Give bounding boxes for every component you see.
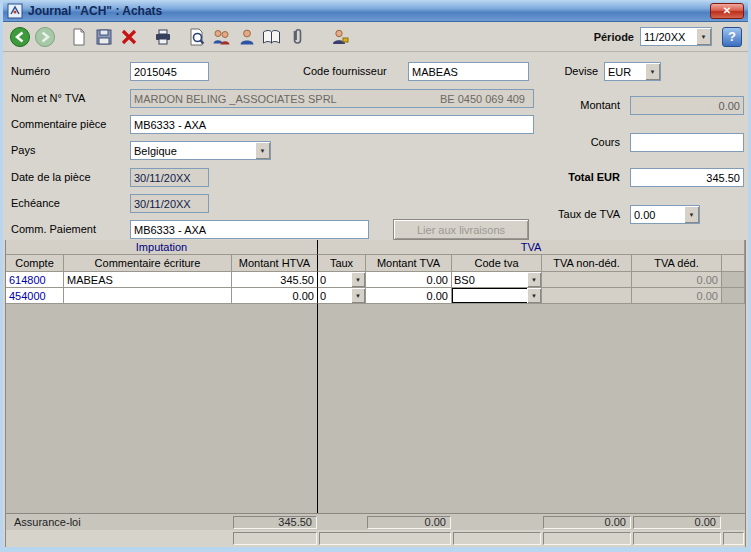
back-icon	[9, 26, 31, 48]
chevron-down-icon: ▼	[527, 272, 541, 287]
col-header-montant-htva: Montant HTVA	[232, 255, 318, 272]
cell-montant-htva[interactable]: 345.50	[232, 272, 318, 288]
total-eur-input[interactable]	[630, 168, 744, 187]
comm-paiement-label: Comm. Paiement	[11, 223, 96, 235]
nom-tva-field: MARDON BELING _ASSOCIATES SPRL BE 0450 0…	[130, 89, 534, 108]
col-header-tva-ded: TVA déd.	[632, 255, 722, 272]
forward-icon	[34, 26, 56, 48]
entries-grid: Imputation TVA Compte Commentaire écritu…	[5, 240, 746, 547]
printer-icon	[153, 27, 173, 47]
users-icon	[211, 27, 232, 47]
numero-input[interactable]	[130, 62, 209, 81]
save-button[interactable]	[91, 24, 116, 49]
chevron-down-icon: ▼	[351, 272, 365, 287]
col-header-compte: Compte	[6, 255, 64, 272]
pays-value: Belgique	[131, 145, 255, 157]
empty-total-box	[632, 530, 722, 547]
col-header-tva-non-ded: TVA non-déd.	[542, 255, 632, 272]
close-button[interactable]: ✕	[710, 3, 744, 19]
cours-label: Cours	[524, 136, 620, 148]
total-htva-box: 345.50	[232, 514, 318, 530]
chevron-down-icon: ▼	[684, 206, 699, 223]
taux-tva-select[interactable]: 0.00 ▼	[630, 205, 700, 224]
grid-column-headers: Compte Commentaire écriture Montant HTVA…	[6, 255, 745, 272]
periode-label: Période	[594, 31, 634, 43]
comm-paiement-input[interactable]	[130, 220, 369, 239]
save-icon	[94, 27, 114, 47]
attachment-button[interactable]	[284, 24, 309, 49]
cell-taux-select[interactable]: 0 ▼	[318, 272, 366, 288]
empty-total-box	[542, 530, 632, 547]
totals-row-secondary	[6, 530, 745, 547]
totals-gap	[6, 530, 232, 547]
periode-select[interactable]: 11/20XX ▼	[640, 27, 712, 46]
table-row: 614800 MABEAS 345.50 0 ▼ 0.00 BS0 ▼ 0.00	[6, 272, 745, 288]
total-tva-box: 0.00	[366, 514, 452, 530]
ledger-button[interactable]	[259, 24, 284, 49]
back-button[interactable]	[7, 24, 32, 49]
periode-value: 11/20XX	[641, 31, 696, 43]
forward-button[interactable]	[32, 24, 57, 49]
cell-commentaire[interactable]: MABEAS	[64, 272, 232, 288]
empty-total-box	[452, 530, 542, 547]
cell-tva-ded: 0.00	[632, 272, 722, 288]
preview-icon	[187, 27, 207, 47]
total-ded-box: 0.00	[632, 514, 722, 530]
help-button[interactable]: ?	[722, 27, 742, 47]
cell-tva-non-ded	[542, 288, 632, 304]
titlebar: Journal "ACH" : Achats ✕	[3, 0, 748, 22]
col-header-montant-tva: Montant TVA	[366, 255, 452, 272]
col-header-commentaire: Commentaire écriture	[64, 255, 232, 272]
print-button[interactable]	[150, 24, 175, 49]
contact-button[interactable]	[327, 24, 352, 49]
cell-montant-tva[interactable]: 0.00	[366, 272, 452, 288]
lier-aux-livraisons-button: Lier aux livraisons	[393, 219, 529, 240]
cell-taux-select[interactable]: 0 ▼	[318, 288, 366, 304]
cell-commentaire[interactable]	[64, 288, 232, 304]
cell-montant-tva[interactable]: 0.00	[366, 288, 452, 304]
totals-label: Assurance-loi	[6, 514, 232, 530]
chevron-down-icon: ▼	[645, 63, 660, 80]
paperclip-icon	[287, 27, 307, 47]
montant-input	[630, 96, 744, 115]
cell-code-tva-select[interactable]: ▼	[452, 288, 542, 304]
chevron-down-icon: ▼	[255, 142, 270, 159]
user-button[interactable]	[234, 24, 259, 49]
chevron-down-icon: ▼	[696, 28, 711, 45]
table-row: 454000 0.00 0 ▼ 0.00 ▼ 0.00	[6, 288, 745, 304]
date-piece-input	[130, 168, 209, 187]
suppliers-button[interactable]	[209, 24, 234, 49]
cell-code-tva-select[interactable]: BS0 ▼	[452, 272, 542, 288]
new-document-button[interactable]	[66, 24, 91, 49]
devise-select[interactable]: EUR ▼	[604, 62, 661, 81]
cell-compte[interactable]: 454000	[6, 288, 64, 304]
code-fournisseur-input[interactable]	[408, 62, 529, 81]
cell-montant-htva[interactable]: 0.00	[232, 288, 318, 304]
group-header-tva: TVA	[318, 240, 745, 255]
document-form: Numéro Code fournisseur Nom et N° TVA MA…	[3, 52, 748, 240]
contact-icon	[330, 27, 350, 47]
cell-compte[interactable]: 614800	[6, 272, 64, 288]
cell-filler	[722, 288, 745, 304]
totals-row: Assurance-loi 345.50 0.00 0.00 0.00	[6, 513, 745, 530]
app-icon	[7, 3, 23, 19]
new-document-icon	[69, 27, 89, 47]
commentaire-piece-input[interactable]	[130, 115, 534, 134]
chevron-down-icon: ▼	[527, 288, 541, 303]
col-header-filler	[722, 255, 745, 272]
chevron-down-icon: ▼	[351, 288, 365, 303]
totals-gap	[452, 514, 542, 530]
delete-button[interactable]	[116, 24, 141, 49]
devise-value: EUR	[605, 66, 645, 78]
date-piece-label: Date de la pièce	[11, 171, 91, 183]
window-title: Journal "ACH" : Achats	[28, 4, 710, 18]
echeance-input[interactable]	[130, 194, 209, 213]
echeance-label: Echéance	[11, 197, 60, 209]
user-icon	[237, 27, 257, 47]
cours-input[interactable]	[630, 133, 744, 152]
nom-value: MARDON BELING _ASSOCIATES SPRL	[134, 93, 337, 105]
preview-button[interactable]	[184, 24, 209, 49]
delete-icon	[119, 27, 139, 47]
code-fournisseur-label: Code fournisseur	[303, 65, 387, 77]
pays-select[interactable]: Belgique ▼	[130, 141, 271, 160]
